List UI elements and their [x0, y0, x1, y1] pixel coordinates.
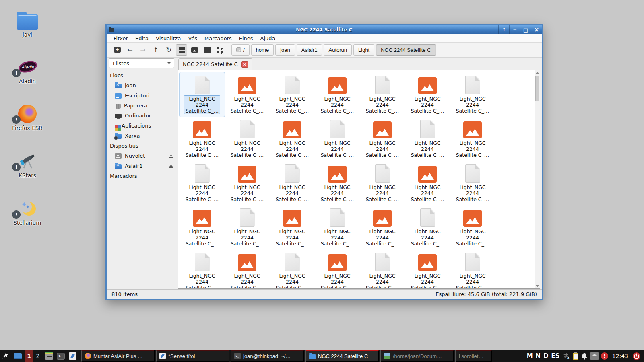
- sidebar-place-item[interactable]: joan: [109, 80, 175, 90]
- menu-item[interactable]: Edita: [132, 35, 152, 42]
- file-view[interactable]: Light_NGC 2244 Satellite C_… Light_NGC 2…: [178, 70, 540, 289]
- toolbar-button[interactable]: [137, 44, 149, 56]
- sidebar-place-item[interactable]: Paperera: [109, 101, 175, 111]
- vertical-scrollbar[interactable]: [535, 70, 540, 288]
- file-item[interactable]: Light_NGC 2244 Satellite C_…: [315, 205, 360, 249]
- network-offline-icon[interactable]: x: [562, 353, 570, 359]
- desktop-icon-aladin[interactable]: Aladin Aladin: [6, 56, 48, 84]
- file-item[interactable]: Light_NGC 2244 Satellite C_…: [405, 161, 450, 205]
- file-item[interactable]: Light_NGC 2244 Satellite C_…: [315, 161, 360, 205]
- workspace-button[interactable]: 2: [33, 350, 42, 362]
- file-item[interactable]: Light_NGC 2244 Satellite C_…: [405, 205, 450, 249]
- eject-button[interactable]: [169, 154, 173, 158]
- task-button[interactable]: i sorollet…: [455, 350, 492, 362]
- menu-item[interactable]: Ajuda: [257, 35, 279, 42]
- terminal-launcher-icon[interactable]: [56, 351, 66, 361]
- toolbar-button[interactable]: [202, 44, 213, 56]
- alert-icon[interactable]: [601, 352, 608, 360]
- keyboard-layout-letter[interactable]: M: [527, 352, 533, 360]
- file-cabinet-icon[interactable]: [44, 351, 54, 361]
- file-item[interactable]: Light_NGC 2244 Satellite C_…: [180, 249, 225, 289]
- file-item[interactable]: Light_NGC 2244 Satellite C_…: [270, 72, 315, 117]
- menu-item[interactable]: Visualitza: [152, 35, 184, 42]
- app-menu-bird-icon[interactable]: [1, 351, 11, 361]
- toolbar-button[interactable]: [189, 44, 200, 56]
- path-segment-button[interactable]: joan: [275, 44, 295, 56]
- file-item[interactable]: Light_NGC 2244 Satellite C_…: [450, 117, 495, 161]
- sidebar-place-item[interactable]: Escriptori: [109, 90, 175, 101]
- toolbar-button[interactable]: [215, 44, 226, 56]
- file-item[interactable]: Light_NGC 2244 Satellite C_…: [360, 249, 405, 289]
- sidebar-device-item[interactable]: Nuvolet: [109, 151, 175, 161]
- file-item[interactable]: Light_NGC 2244 Satellite C_…: [315, 117, 360, 161]
- toolbar-button[interactable]: [111, 44, 123, 56]
- task-button[interactable]: Muntar AsiAir Plus …: [81, 350, 155, 362]
- file-item[interactable]: Light_NGC 2244 Satellite C_…: [180, 205, 225, 249]
- window-control-button[interactable]: [531, 25, 542, 34]
- path-segment-button[interactable]: Autorun: [324, 44, 352, 56]
- featherpad-launcher-icon[interactable]: [68, 351, 77, 361]
- scrollbar-thumb[interactable]: [535, 76, 539, 101]
- file-item[interactable]: Light_NGC 2244 Satellite C_…: [270, 249, 315, 289]
- keyboard-layout-letter[interactable]: D: [543, 352, 548, 360]
- task-button[interactable]: /home/joan/Docum…: [380, 350, 454, 362]
- sidebar-place-item[interactable]: Xarxa: [109, 131, 175, 141]
- menu-item[interactable]: Fitxer: [110, 35, 132, 42]
- window-control-button[interactable]: [498, 25, 509, 34]
- workspace-button[interactable]: 1: [25, 350, 33, 362]
- file-item[interactable]: Light_NGC 2244 Satellite C_…: [405, 117, 450, 161]
- file-item[interactable]: Light_NGC 2244 Satellite C_…: [225, 161, 270, 205]
- file-item[interactable]: Light_NGC 2244 Satellite C_…: [450, 161, 495, 205]
- sidebar-device-item[interactable]: Asiair1: [109, 161, 175, 171]
- toolbar-button[interactable]: [176, 44, 187, 56]
- clock[interactable]: 12:43: [612, 353, 628, 359]
- file-item[interactable]: Light_NGC 2244 Satellite C_…: [270, 117, 315, 161]
- path-segment-button[interactable]: home: [251, 44, 274, 56]
- file-item[interactable]: Light_NGC 2244 Satellite C_…: [450, 249, 495, 289]
- titlebar[interactable]: NGC 2244 Satellite C: [107, 25, 542, 34]
- scroll-up-arrow[interactable]: [535, 70, 540, 75]
- file-item[interactable]: Light_NGC 2244 Satellite C_…: [360, 72, 405, 117]
- desktop-icon-stellarium[interactable]: Stellarium: [6, 197, 48, 226]
- file-item[interactable]: Light_NGC 2244 Satellite C_…: [180, 117, 225, 161]
- file-item[interactable]: Light_NGC 2244 Satellite C_…: [225, 72, 270, 117]
- file-item[interactable]: Light_NGC 2244 Satellite C_…: [360, 161, 405, 205]
- sidebar-view-combo[interactable]: Llistes: [109, 58, 174, 68]
- window-control-button[interactable]: [520, 25, 531, 34]
- file-item[interactable]: Light_NGC 2244 Satellite C_…: [180, 161, 225, 205]
- path-segment-button[interactable]: Asiair1: [297, 44, 322, 56]
- eject-button[interactable]: [169, 164, 173, 169]
- tab-ngc-2244-satellite-c[interactable]: NGC 2244 Satellite C: [178, 58, 252, 70]
- scroll-down-arrow[interactable]: [535, 284, 540, 288]
- menu-item[interactable]: Eines: [235, 35, 257, 42]
- file-item[interactable]: Light_NGC 2244 Satellite C_…: [360, 205, 405, 249]
- file-item[interactable]: Light_NGC 2244 Satellite C_…: [315, 249, 360, 289]
- toolbar-button[interactable]: [163, 44, 174, 56]
- file-item[interactable]: Light_NGC 2244 Satellite C_…: [450, 205, 495, 249]
- file-item[interactable]: Light_NGC 2244 Satellite C_…: [360, 117, 405, 161]
- removable-media-icon[interactable]: [590, 352, 599, 360]
- file-item[interactable]: Light_NGC 2244 Satellite C_…: [225, 117, 270, 161]
- notifications-bell-icon[interactable]: [581, 353, 588, 360]
- show-desktop-icon[interactable]: [13, 351, 23, 361]
- menu-item[interactable]: Vés: [184, 35, 201, 42]
- file-item[interactable]: Light_NGC 2244 Satellite C_…: [450, 72, 495, 117]
- file-item[interactable]: Light_NGC 2244 Satellite C_…: [180, 72, 225, 117]
- path-segment-button[interactable]: NGC 2244 Satellite C: [376, 44, 436, 56]
- file-item[interactable]: Light_NGC 2244 Satellite C_…: [315, 72, 360, 117]
- sidebar-place-item[interactable]: Ordinador: [109, 111, 175, 121]
- power-button-icon[interactable]: [632, 352, 641, 360]
- tab-close-button[interactable]: [242, 61, 248, 68]
- desktop-icon-firefox-esr[interactable]: Firefox ESR: [6, 102, 48, 131]
- toolbar-button[interactable]: [150, 44, 161, 56]
- file-item[interactable]: Light_NGC 2244 Satellite C_…: [405, 72, 450, 117]
- keyboard-layout-letter[interactable]: ES: [551, 352, 560, 360]
- path-segment-button[interactable]: /: [231, 44, 250, 56]
- menu-item[interactable]: Marcadors: [201, 35, 235, 42]
- toolbar-button[interactable]: [124, 44, 136, 56]
- path-segment-button[interactable]: Light: [353, 44, 374, 56]
- file-item[interactable]: Light_NGC 2244 Satellite C_…: [405, 249, 450, 289]
- task-button[interactable]: joan@thinkpad: ~/…: [231, 350, 304, 362]
- desktop-icon-javi[interactable]: javi: [6, 9, 48, 38]
- window-control-button[interactable]: [509, 25, 520, 34]
